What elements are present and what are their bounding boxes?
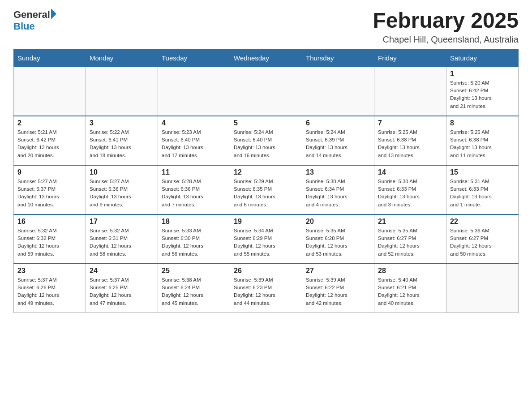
day-number: 11 xyxy=(162,168,226,176)
calendar-cell xyxy=(14,67,86,116)
day-info: Sunrise: 5:37 AMSunset: 6:26 PMDaylight:… xyxy=(17,276,82,307)
day-info: Sunrise: 5:35 AMSunset: 6:27 PMDaylight:… xyxy=(378,227,442,258)
day-info: Sunrise: 5:37 AMSunset: 6:25 PMDaylight:… xyxy=(90,276,154,307)
day-number: 28 xyxy=(378,267,442,275)
calendar-cell xyxy=(86,67,158,116)
weekday-header-thursday: Thursday xyxy=(302,49,374,67)
day-number: 10 xyxy=(90,168,154,176)
day-info: Sunrise: 5:27 AMSunset: 6:37 PMDaylight:… xyxy=(17,178,82,209)
day-number: 24 xyxy=(90,267,154,275)
day-number: 13 xyxy=(306,168,370,176)
calendar-cell: 26Sunrise: 5:39 AMSunset: 6:23 PMDayligh… xyxy=(230,264,302,313)
calendar-cell xyxy=(374,67,446,116)
week-row-3: 9Sunrise: 5:27 AMSunset: 6:37 PMDaylight… xyxy=(14,165,519,214)
day-number: 25 xyxy=(162,267,226,275)
page-header: General Blue February 2025 Chapel Hill, … xyxy=(13,9,519,45)
day-number: 14 xyxy=(378,168,442,176)
weekday-header-friday: Friday xyxy=(374,49,446,67)
calendar-cell: 12Sunrise: 5:29 AMSunset: 6:35 PMDayligh… xyxy=(230,165,302,214)
calendar-cell: 5Sunrise: 5:24 AMSunset: 6:40 PMDaylight… xyxy=(230,116,302,165)
calendar-cell xyxy=(230,67,302,116)
week-row-1: 1Sunrise: 5:20 AMSunset: 6:42 PMDaylight… xyxy=(14,67,519,116)
day-info: Sunrise: 5:20 AMSunset: 6:42 PMDaylight:… xyxy=(450,79,515,110)
calendar-cell: 15Sunrise: 5:31 AMSunset: 6:33 PMDayligh… xyxy=(446,165,519,214)
day-number: 6 xyxy=(306,119,370,127)
calendar-cell: 25Sunrise: 5:38 AMSunset: 6:24 PMDayligh… xyxy=(158,264,230,313)
calendar-cell: 19Sunrise: 5:34 AMSunset: 6:29 PMDayligh… xyxy=(230,214,302,264)
calendar-cell: 2Sunrise: 5:21 AMSunset: 6:42 PMDaylight… xyxy=(14,116,86,165)
day-info: Sunrise: 5:40 AMSunset: 6:21 PMDaylight:… xyxy=(378,276,442,307)
day-number: 12 xyxy=(234,168,298,176)
calendar-cell: 14Sunrise: 5:30 AMSunset: 6:33 PMDayligh… xyxy=(374,165,446,214)
day-info: Sunrise: 5:34 AMSunset: 6:29 PMDaylight:… xyxy=(234,227,298,258)
day-info: Sunrise: 5:39 AMSunset: 6:23 PMDaylight:… xyxy=(234,276,298,307)
day-number: 17 xyxy=(90,218,154,226)
calendar-cell: 17Sunrise: 5:32 AMSunset: 6:31 PMDayligh… xyxy=(86,214,158,264)
day-info: Sunrise: 5:24 AMSunset: 6:39 PMDaylight:… xyxy=(306,128,370,159)
calendar-cell: 6Sunrise: 5:24 AMSunset: 6:39 PMDaylight… xyxy=(302,116,374,165)
calendar-cell: 11Sunrise: 5:28 AMSunset: 6:36 PMDayligh… xyxy=(158,165,230,214)
location-subtitle: Chapel Hill, Queensland, Australia xyxy=(373,34,519,45)
day-number: 27 xyxy=(306,267,370,275)
weekday-header-tuesday: Tuesday xyxy=(158,49,230,67)
week-row-5: 23Sunrise: 5:37 AMSunset: 6:26 PMDayligh… xyxy=(14,264,519,313)
day-info: Sunrise: 5:30 AMSunset: 6:34 PMDaylight:… xyxy=(306,178,370,209)
day-number: 9 xyxy=(17,168,82,176)
day-number: 20 xyxy=(306,218,370,226)
day-number: 22 xyxy=(450,218,515,226)
day-number: 7 xyxy=(378,119,442,127)
day-info: Sunrise: 5:22 AMSunset: 6:41 PMDaylight:… xyxy=(90,128,154,159)
day-number: 8 xyxy=(450,119,515,127)
day-number: 2 xyxy=(17,119,82,127)
day-info: Sunrise: 5:33 AMSunset: 6:30 PMDaylight:… xyxy=(162,227,226,258)
week-row-4: 16Sunrise: 5:32 AMSunset: 6:32 PMDayligh… xyxy=(14,214,519,264)
calendar-cell: 20Sunrise: 5:35 AMSunset: 6:28 PMDayligh… xyxy=(302,214,374,264)
day-info: Sunrise: 5:27 AMSunset: 6:36 PMDaylight:… xyxy=(90,178,154,209)
day-number: 1 xyxy=(450,70,515,78)
day-number: 26 xyxy=(234,267,298,275)
calendar-cell: 16Sunrise: 5:32 AMSunset: 6:32 PMDayligh… xyxy=(14,214,86,264)
day-number: 18 xyxy=(162,218,226,226)
day-info: Sunrise: 5:35 AMSunset: 6:28 PMDaylight:… xyxy=(306,227,370,258)
day-number: 23 xyxy=(17,267,82,275)
calendar-cell: 7Sunrise: 5:25 AMSunset: 6:38 PMDaylight… xyxy=(374,116,446,165)
day-number: 4 xyxy=(162,119,226,127)
calendar-cell: 13Sunrise: 5:30 AMSunset: 6:34 PMDayligh… xyxy=(302,165,374,214)
day-number: 5 xyxy=(234,119,298,127)
calendar-cell: 10Sunrise: 5:27 AMSunset: 6:36 PMDayligh… xyxy=(86,165,158,214)
week-row-2: 2Sunrise: 5:21 AMSunset: 6:42 PMDaylight… xyxy=(14,116,519,165)
day-info: Sunrise: 5:29 AMSunset: 6:35 PMDaylight:… xyxy=(234,178,298,209)
day-number: 3 xyxy=(90,119,154,127)
weekday-header-monday: Monday xyxy=(86,49,158,67)
day-info: Sunrise: 5:23 AMSunset: 6:40 PMDaylight:… xyxy=(162,128,226,159)
logo-blue-text: Blue xyxy=(13,21,56,32)
calendar-cell: 21Sunrise: 5:35 AMSunset: 6:27 PMDayligh… xyxy=(374,214,446,264)
calendar-cell: 18Sunrise: 5:33 AMSunset: 6:30 PMDayligh… xyxy=(158,214,230,264)
calendar-cell: 28Sunrise: 5:40 AMSunset: 6:21 PMDayligh… xyxy=(374,264,446,313)
weekday-header-saturday: Saturday xyxy=(446,49,519,67)
logo-general-text: General xyxy=(13,9,50,21)
calendar-cell: 4Sunrise: 5:23 AMSunset: 6:40 PMDaylight… xyxy=(158,116,230,165)
day-info: Sunrise: 5:30 AMSunset: 6:33 PMDaylight:… xyxy=(378,178,442,209)
calendar-cell: 24Sunrise: 5:37 AMSunset: 6:25 PMDayligh… xyxy=(86,264,158,313)
logo: General Blue xyxy=(13,9,56,32)
calendar-cell: 1Sunrise: 5:20 AMSunset: 6:42 PMDaylight… xyxy=(446,67,519,116)
calendar-cell xyxy=(158,67,230,116)
weekday-header-sunday: Sunday xyxy=(14,49,86,67)
calendar-cell xyxy=(302,67,374,116)
day-number: 19 xyxy=(234,218,298,226)
day-info: Sunrise: 5:32 AMSunset: 6:32 PMDaylight:… xyxy=(17,227,82,258)
calendar-cell: 9Sunrise: 5:27 AMSunset: 6:37 PMDaylight… xyxy=(14,165,86,214)
logo-arrow-icon xyxy=(51,9,56,19)
calendar-cell: 8Sunrise: 5:26 AMSunset: 6:38 PMDaylight… xyxy=(446,116,519,165)
day-info: Sunrise: 5:25 AMSunset: 6:38 PMDaylight:… xyxy=(378,128,442,159)
calendar-cell: 27Sunrise: 5:39 AMSunset: 6:22 PMDayligh… xyxy=(302,264,374,313)
day-number: 15 xyxy=(450,168,515,176)
day-info: Sunrise: 5:36 AMSunset: 6:27 PMDaylight:… xyxy=(450,227,515,258)
calendar-cell xyxy=(446,264,519,313)
day-number: 21 xyxy=(378,218,442,226)
day-info: Sunrise: 5:38 AMSunset: 6:24 PMDaylight:… xyxy=(162,276,226,307)
weekday-header-wednesday: Wednesday xyxy=(230,49,302,67)
calendar-cell: 3Sunrise: 5:22 AMSunset: 6:41 PMDaylight… xyxy=(86,116,158,165)
day-info: Sunrise: 5:31 AMSunset: 6:33 PMDaylight:… xyxy=(450,178,515,209)
